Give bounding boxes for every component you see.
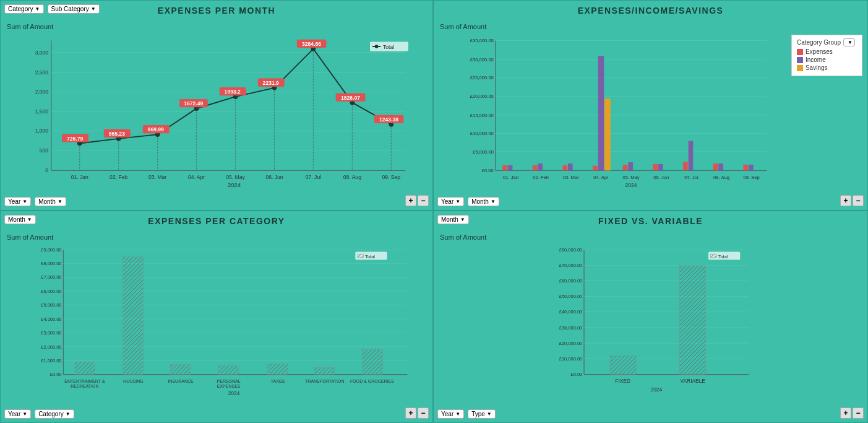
- x-label-mar: 03. Mar: [148, 174, 166, 180]
- label-feb: 865.23: [109, 131, 125, 137]
- top-filters-panel3: Month ▼: [4, 215, 38, 224]
- svg-text:2024: 2024: [650, 386, 662, 393]
- svg-text:£30,000.00: £30,000.00: [559, 325, 582, 331]
- month-filter-p4-top[interactable]: Month ▼: [437, 215, 469, 224]
- month-filter-p2[interactable]: Month ▼: [468, 197, 499, 206]
- zoom-in-p3[interactable]: +: [405, 408, 416, 419]
- svg-rect-66: [713, 164, 718, 170]
- label-jan: 726.79: [67, 136, 83, 142]
- type-filter-p4[interactable]: Type ▼: [468, 409, 496, 419]
- svg-text:07. Jul: 07. Jul: [684, 175, 698, 180]
- svg-rect-64: [689, 141, 694, 171]
- y-label-0: 0: [45, 167, 48, 173]
- grid-p4: [584, 250, 749, 359]
- svg-rect-60: [653, 164, 658, 170]
- svg-text:£0.00: £0.00: [571, 372, 583, 377]
- panel2-sum-label: Sum of Amount: [440, 23, 486, 30]
- y-label-1500: 1,500: [35, 108, 49, 115]
- svg-text:£3,000.00: £3,000.00: [41, 330, 61, 336]
- svg-text:£80,000.00: £80,000.00: [559, 247, 582, 253]
- bar-fixed: [610, 356, 636, 375]
- legend-savings: Savings: [797, 64, 857, 71]
- svg-rect-67: [718, 164, 723, 170]
- svg-text:£0.00: £0.00: [482, 168, 494, 173]
- legend-text-p3: Total: [365, 254, 375, 259]
- bars-may: [623, 162, 633, 170]
- svg-text:FIXED: FIXED: [615, 378, 630, 384]
- svg-text:£10,000.00: £10,000.00: [470, 131, 494, 136]
- panel2-title: EXPENSES/INCOME/SAVINGS: [578, 6, 724, 15]
- panel3-sum-label: Sum of Amount: [7, 233, 53, 241]
- zoom-in-p1[interactable]: +: [405, 195, 416, 206]
- year-filter-p3[interactable]: Year ▼: [4, 409, 31, 419]
- year-filter-p1[interactable]: Year ▼: [4, 197, 31, 206]
- y-label-1000: 1,000: [35, 128, 49, 134]
- zoom-out-p1[interactable]: −: [418, 195, 429, 206]
- bars-sep: [743, 165, 753, 171]
- svg-text:£15,000.00: £15,000.00: [470, 113, 494, 118]
- bottom-filters-panel2: Year ▼ Month ▼: [437, 197, 501, 206]
- svg-text:£30,000.00: £30,000.00: [470, 57, 494, 63]
- line-chart-svg: 0 500 1,000 1,500 2,000 2,500 3,000: [7, 35, 426, 188]
- svg-text:09. Sep: 09. Sep: [744, 175, 760, 180]
- expenses-per-month-panel: Category ▼ Sub Category ▼ EXPENSES PER M…: [0, 0, 433, 211]
- svg-text:05. May: 05. May: [623, 175, 640, 180]
- panel4-title: FIXED VS. VARIABLE: [598, 216, 703, 226]
- legend-income-label: Income: [806, 56, 826, 63]
- category-filter[interactable]: Category ▼: [4, 4, 44, 14]
- svg-text:PERSONAL: PERSONAL: [217, 379, 241, 383]
- month-filter-p3-top[interactable]: Month ▼: [4, 215, 36, 224]
- svg-text:£40,000.00: £40,000.00: [559, 309, 582, 315]
- svg-rect-69: [743, 165, 748, 171]
- year-filter-p2[interactable]: Year ▼: [437, 197, 464, 206]
- svg-text:£9,000.00: £9,000.00: [41, 247, 61, 253]
- zoom-in-p4[interactable]: +: [840, 408, 851, 419]
- month-filter-p1[interactable]: Month ▼: [35, 197, 66, 206]
- legend-text: Total: [383, 44, 394, 50]
- grid-p3: [63, 250, 407, 361]
- svg-text:£0.00: £0.00: [50, 372, 62, 377]
- panel1-sum-label: Sum of Amount: [7, 23, 53, 30]
- svg-rect-49: [538, 164, 543, 170]
- zoom-in-p2[interactable]: +: [840, 195, 851, 206]
- legend-icon-p4: [711, 254, 716, 258]
- zoom-out-p4[interactable]: −: [853, 408, 864, 419]
- x-label-apr: 04. Apr: [188, 174, 205, 180]
- zoom-out-p2[interactable]: −: [853, 195, 864, 206]
- y-label-2000: 2,000: [35, 89, 49, 95]
- category-bar-chart: £0.00 £1,000.00 £2,000.00 £3,000.00 £4,0…: [7, 247, 426, 398]
- legend-expenses-label: Expenses: [806, 48, 833, 55]
- svg-text:VARIABLE: VARIABLE: [680, 378, 705, 384]
- svg-rect-51: [562, 165, 567, 171]
- svg-text:£7,000.00: £7,000.00: [41, 274, 61, 280]
- svg-text:HOUSING: HOUSING: [123, 379, 144, 383]
- bar-entertainment: [75, 362, 95, 375]
- svg-text:06. Jun: 06. Jun: [653, 175, 669, 180]
- income-color: [797, 57, 803, 63]
- svg-text:08. Aug: 08. Aug: [713, 175, 729, 180]
- top-filters-panel4: Month ▼: [437, 215, 471, 224]
- bar-personal: [218, 366, 239, 375]
- sub-category-filter[interactable]: Sub Category ▼: [48, 4, 100, 14]
- legend-income: Income: [797, 56, 857, 63]
- expenses-color: [797, 49, 803, 55]
- x-label-sep: 09. Sep: [382, 174, 401, 180]
- panel3-chart: £0.00 £1,000.00 £2,000.00 £3,000.00 £4,0…: [7, 247, 426, 398]
- svg-text:TAXES: TAXES: [271, 379, 285, 383]
- category-filter-p3[interactable]: Category ▼: [35, 409, 74, 419]
- year-filter-p4[interactable]: Year ▼: [437, 409, 464, 419]
- legend-icon-p3: [358, 254, 363, 258]
- svg-text:£5,000.00: £5,000.00: [41, 302, 61, 308]
- bar-transportation: [314, 367, 335, 374]
- y-labels-p4: £0.00 £10,000.00 £20,000.00 £30,000.00 £…: [559, 247, 582, 377]
- zoom-controls-p3: + −: [405, 408, 429, 419]
- dashboard: Category ▼ Sub Category ▼ EXPENSES PER M…: [0, 0, 868, 423]
- label-jun: 2231.9: [263, 80, 279, 86]
- zoom-out-p3[interactable]: −: [418, 408, 429, 419]
- svg-text:2024: 2024: [228, 390, 240, 396]
- y-labels-p3: £0.00 £1,000.00 £2,000.00 £3,000.00 £4,0…: [41, 247, 61, 377]
- bars-mar: [562, 164, 572, 170]
- category-group-filter[interactable]: ▼: [843, 38, 855, 46]
- category-group-header: Category Group ▼: [797, 38, 857, 46]
- svg-text:TRANSPORTATION: TRANSPORTATION: [305, 379, 344, 383]
